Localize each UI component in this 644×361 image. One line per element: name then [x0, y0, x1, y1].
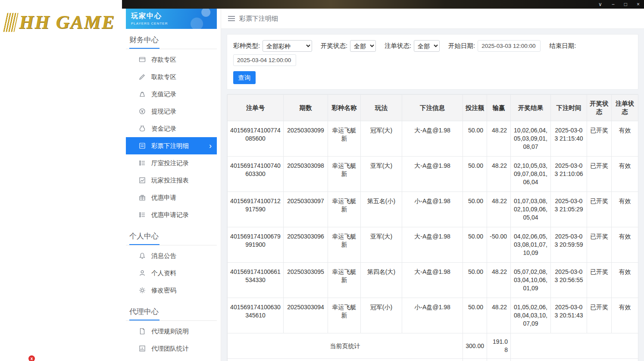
rows-icon — [139, 160, 146, 166]
sidebar-item-agent-team-stats[interactable]: 代理团队统计 — [126, 340, 217, 357]
players-center-subtitle: PLAYERS CENTER — [131, 22, 212, 25]
table-cell: 20250303095 — [284, 263, 328, 298]
sidebar-item-promo-apply-records[interactable]: 优惠申请记录 — [126, 206, 217, 223]
table-cell: 04,02,06,05,03,08,01,07,10,09 — [511, 227, 551, 263]
error-close-icon[interactable]: x — [28, 355, 35, 361]
table-cell: 幸运飞艇新 — [328, 263, 361, 298]
lottery-type-label: 彩种类型: — [233, 42, 260, 50]
sidebar-item-label: 个人资料 — [151, 269, 176, 277]
table-cell: 2025-03-03 21:10:06 — [551, 157, 587, 192]
column-header: 玩法 — [361, 95, 402, 121]
sidebar-item-label: 厅室投注记录 — [151, 159, 189, 167]
table-cell: 48.22 — [487, 298, 511, 333]
logo-text: HH GAME — [19, 11, 115, 33]
table-cell: 2025-03-03 21:15:40 — [551, 121, 587, 157]
page-title: 彩票下注明细 — [239, 15, 278, 23]
pen-icon — [139, 73, 146, 80]
sidebar-item-messages[interactable]: 消息公告 — [126, 247, 217, 264]
stats-icon — [139, 345, 146, 352]
section-title-agent: 代理中心 — [126, 301, 217, 321]
table-cell: 有效 — [612, 192, 638, 227]
agent-menu: 代理规则说明代理团队统计 — [126, 321, 217, 359]
bets-table-panel: 注单号期数彩种名称玩法下注信息投注额输赢开奖结果下注时间开奖状态注单状态 401… — [227, 94, 638, 361]
end-date-input[interactable] — [233, 54, 296, 66]
table-cell: 第四名(大) — [361, 263, 402, 298]
sidebar-item-player-bet-report[interactable]: 玩家投注报表 — [126, 172, 217, 189]
summary-winloss-total: 191.08 — [487, 359, 511, 361]
lottery-type-select[interactable]: 全部彩种 — [263, 40, 312, 52]
sidebar-item-profile[interactable]: 个人资料 — [126, 264, 217, 282]
table-cell: 已开奖 — [587, 157, 612, 192]
table-cell: 有效 — [612, 263, 638, 298]
sidebar-item-hall-bet-records[interactable]: 厅室投注记录 — [126, 154, 217, 172]
sidebar-item-lottery-bet-details[interactable]: 彩票下注明细› — [126, 137, 217, 154]
sidebar: 玩家中心 PLAYERS CENTER 财务中心 存款专区取款专区充值记录提现记… — [122, 9, 221, 361]
summary-row: 总统计300.00191.08 — [228, 359, 638, 361]
table-cell: 02,10,05,03,09,07,08,01,06,04 — [511, 157, 551, 192]
table-cell: 已开奖 — [587, 227, 612, 263]
main-content: 彩票下注明细 彩种类型: 全部彩种 开奖状态: 全部 — [221, 9, 644, 361]
start-date-label: 开始日期: — [448, 42, 475, 50]
summary-label: 当前页统计 — [228, 333, 463, 359]
table-cell: 401569174100740603300 — [228, 157, 284, 192]
draw-status-select[interactable]: 全部 — [350, 40, 376, 52]
minimize-button[interactable]: − — [612, 2, 615, 7]
bag-icon — [139, 91, 146, 97]
sidebar-item-label: 消息公告 — [151, 252, 176, 260]
table-cell: 401569174100774085600 — [228, 121, 284, 157]
hamburger-menu-icon[interactable] — [228, 18, 235, 19]
bell-icon — [139, 252, 146, 259]
start-date-input[interactable] — [478, 40, 541, 52]
table-cell: 401569174100712917590 — [228, 192, 284, 227]
chevron-down-icon[interactable]: ∨ — [598, 2, 602, 7]
table-cell: 幸运飞艇新 — [328, 157, 361, 192]
column-header: 输赢 — [487, 95, 511, 121]
players-center-title: 玩家中心 — [131, 12, 212, 21]
table-row: 40156917410077408560020250303099幸运飞艇新冠军(… — [228, 121, 638, 157]
hh-game-logo: HH GAME — [0, 0, 122, 33]
sidebar-item-label: 优惠申请记录 — [151, 211, 189, 219]
sidebar-item-deposit-zone[interactable]: 存款专区 — [126, 51, 217, 68]
maximize-button[interactable]: □ — [624, 2, 627, 7]
app-window: HH GAME x ∨ − □ × 玩家中心 PLAYERS CENTER 财务… — [0, 0, 644, 361]
sidebar-item-agent-rules[interactable]: 代理规则说明 — [126, 323, 217, 340]
page-body: 彩种类型: 全部彩种 开奖状态: 全部 注单状态: — [221, 29, 644, 361]
sidebar-item-label: 提现记录 — [151, 107, 176, 116]
table-cell: 50.00 — [463, 121, 487, 157]
table-cell: -50.00 — [487, 227, 511, 263]
sidebar-item-label: 代理规则说明 — [151, 327, 189, 336]
table-cell: 401569174100661534330 — [228, 263, 284, 298]
logo-stripes-decoration — [3, 13, 18, 32]
sidebar-item-label: 存款专区 — [151, 56, 176, 64]
summary-row: 当前页统计300.00191.08 — [228, 333, 638, 359]
table-cell: 幸运飞艇新 — [328, 121, 361, 157]
sidebar-item-withdraw-zone[interactable]: 取款专区 — [126, 68, 217, 85]
money-icon — [139, 108, 146, 115]
column-header: 期数 — [284, 95, 328, 121]
column-header: 开奖状态 — [587, 95, 612, 121]
sidebar-item-recharge-records[interactable]: 充值记录 — [126, 85, 217, 103]
table-header-row: 注单号期数彩种名称玩法下注信息投注额输赢开奖结果下注时间开奖状态注单状态 — [228, 95, 638, 121]
column-header: 投注额 — [463, 95, 487, 121]
column-header: 彩种名称 — [328, 95, 361, 121]
doc-icon — [139, 328, 146, 335]
sidebar-item-label: 资金记录 — [151, 125, 176, 133]
sidebar-item-fund-records[interactable]: 资金记录 — [126, 120, 217, 137]
sidebar-item-change-password[interactable]: 修改密码 — [126, 282, 217, 299]
bet-status-select[interactable]: 全部 — [414, 40, 440, 52]
table-cell: 401569174100630345610 — [228, 298, 284, 333]
close-button[interactable]: × — [637, 2, 640, 7]
table-cell: 2025-03-03 20:51:43 — [551, 298, 587, 333]
sidebar-item-promo-apply[interactable]: 优惠申请 — [126, 189, 217, 206]
table-body: 40156917410077408560020250303099幸运飞艇新冠军(… — [228, 121, 638, 361]
bet-status-label: 注单状态: — [385, 42, 411, 50]
main-window-region: ∨ − □ × 玩家中心 PLAYERS CENTER 财务中心 存款专区取款专… — [122, 0, 644, 361]
table-row: 40156917410067999190020250303096幸运飞艇新亚军(… — [228, 227, 638, 263]
sidebar-item-withdrawal-records[interactable]: 提现记录 — [126, 103, 217, 120]
table-cell: 已开奖 — [587, 192, 612, 227]
personal-menu: 消息公告个人资料修改密码 — [126, 245, 217, 301]
query-button[interactable]: 查询 — [233, 71, 256, 84]
sidebar-item-label: 玩家投注报表 — [151, 176, 189, 185]
table-cell: 第五名(小) — [361, 192, 402, 227]
table-cell: 50.00 — [463, 227, 487, 263]
